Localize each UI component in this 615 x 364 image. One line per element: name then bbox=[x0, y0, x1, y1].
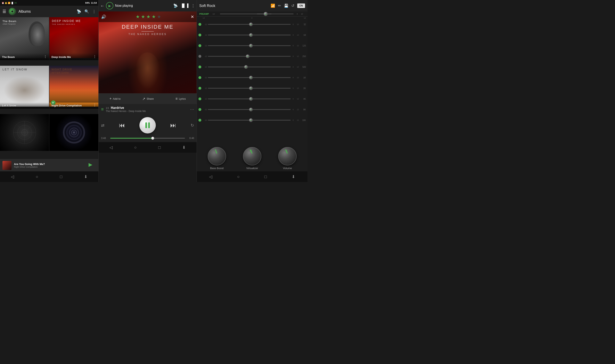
nav-back-left[interactable]: ◁ bbox=[11, 174, 14, 179]
nav-recents-right[interactable]: □ bbox=[264, 174, 267, 179]
band-thumb-125[interactable] bbox=[249, 44, 253, 48]
band-slider-64[interactable] bbox=[208, 35, 291, 35]
cast-icon-center[interactable]: 📡 bbox=[173, 3, 178, 8]
add-to-button[interactable]: + Add to bbox=[110, 97, 121, 101]
progress-thumb[interactable] bbox=[151, 137, 154, 140]
pause-bars bbox=[145, 122, 150, 128]
stars-rating[interactable]: ★ ★ ★ ★ ★ bbox=[136, 14, 161, 19]
band-slider-125[interactable] bbox=[208, 45, 291, 46]
album-card-beam[interactable]: The Beam Julian Ferguson The Beam ⋮ bbox=[0, 17, 49, 60]
band-thumb-4k[interactable] bbox=[249, 97, 253, 101]
band-freq-4k: 4K bbox=[300, 98, 306, 100]
track-more-icon[interactable]: ⋯ bbox=[190, 107, 194, 112]
virtualizer-knob[interactable] bbox=[243, 147, 261, 165]
band-thumb-1k[interactable] bbox=[249, 76, 253, 79]
album-name-night: Night Drive Compilation bbox=[52, 104, 82, 107]
mini-artist: Night Drive Compilation bbox=[14, 166, 86, 168]
mini-play-button[interactable]: ▶ bbox=[89, 162, 96, 169]
band-12-4k: 12 bbox=[296, 98, 299, 100]
album-card-deep[interactable]: DEEP INSIDE ME THE NAKED HEROES Deep Ins… bbox=[49, 17, 98, 60]
close-icon[interactable]: ✕ bbox=[191, 14, 194, 19]
pause-button[interactable] bbox=[140, 117, 156, 133]
nav-recents-center[interactable]: □ bbox=[158, 145, 161, 150]
band-thumb-16k[interactable] bbox=[249, 118, 253, 122]
nav-home-right[interactable]: ○ bbox=[237, 174, 239, 179]
band-slider-8k[interactable] bbox=[208, 109, 291, 110]
equalizer-icon[interactable]: ▐▌▐ bbox=[181, 3, 188, 8]
volume-icon[interactable]: 🔊 bbox=[101, 14, 106, 19]
play-icon-btn[interactable]: ▶ bbox=[106, 2, 113, 9]
nav-back-right[interactable]: ◁ bbox=[209, 174, 212, 179]
star-2[interactable]: ★ bbox=[141, 14, 145, 19]
eq-band-8k: -12 0 12 8K bbox=[197, 104, 308, 115]
album-more-night[interactable]: ⋮ bbox=[93, 103, 96, 107]
band-neg12-64: -12 bbox=[202, 34, 207, 36]
shuffle-icon[interactable]: ⇄ bbox=[101, 123, 105, 128]
nav-download-right[interactable]: ⬇ bbox=[292, 174, 295, 179]
progress-track[interactable] bbox=[110, 138, 185, 139]
playlist-icon[interactable]: ≡ bbox=[101, 107, 104, 112]
hamburger-icon[interactable]: ☰ bbox=[2, 9, 6, 14]
nav-home-center[interactable]: ○ bbox=[134, 145, 137, 150]
next-icon[interactable]: ⏭ bbox=[170, 122, 176, 129]
center-nav-bar: ◁ ○ □ ⬇ bbox=[98, 142, 196, 153]
center-top-bar: ← ▶ Now playing 📡 ▐▌▐ ⋮ bbox=[98, 0, 196, 12]
star-3[interactable]: ★ bbox=[146, 14, 151, 19]
bass-boost-knob-item: Bass Boost bbox=[208, 147, 226, 170]
band-dot-2k bbox=[198, 87, 201, 90]
star-1[interactable]: ★ bbox=[136, 14, 140, 19]
preamp-thumb[interactable] bbox=[264, 12, 268, 16]
save-icon[interactable]: 💾 bbox=[284, 3, 288, 8]
band-slider-500[interactable] bbox=[208, 66, 291, 67]
nav-back-center[interactable]: ◁ bbox=[110, 145, 112, 150]
band-thumb-32[interactable] bbox=[249, 23, 253, 26]
band-freq-1k: 1K bbox=[300, 77, 306, 79]
volume-knob[interactable] bbox=[278, 147, 297, 165]
band-thumb-8k[interactable] bbox=[249, 108, 253, 111]
nav-download-left[interactable]: ⬇ bbox=[84, 174, 87, 179]
album-card-spiral[interactable] bbox=[49, 114, 98, 154]
band-thumb-2k[interactable] bbox=[249, 86, 253, 90]
nav-recents-left[interactable]: □ bbox=[60, 174, 62, 179]
band-freq-500: 500 bbox=[300, 66, 306, 68]
band-12-32: 12 bbox=[296, 23, 299, 25]
band-thumb-250[interactable] bbox=[246, 54, 250, 58]
band-slider-1k[interactable] bbox=[208, 77, 291, 78]
repeat-icon[interactable]: ↻ bbox=[191, 123, 194, 128]
on-button[interactable]: ON bbox=[297, 3, 305, 8]
band-0-2k: 0 bbox=[292, 87, 295, 89]
pencil-icon[interactable]: ✏ bbox=[278, 3, 281, 8]
band-slider-4k[interactable] bbox=[208, 98, 291, 99]
status-bar: ⏰ 🔔 📶 ▐▌ 4G 94% 11:54 bbox=[0, 0, 98, 6]
album-card-web[interactable] bbox=[0, 114, 49, 154]
album-card-snow[interactable]: LET IT SNOW Let It Snow bbox=[0, 66, 49, 109]
album-more-beam[interactable]: ⋮ bbox=[44, 55, 47, 59]
nav-download-center[interactable]: ⬇ bbox=[182, 145, 186, 150]
band-thumb-64[interactable] bbox=[249, 33, 253, 37]
virtualizer-knob-item: Virtualizer bbox=[243, 147, 261, 170]
band-slider-2k[interactable] bbox=[208, 88, 291, 89]
back-icon[interactable]: ← bbox=[100, 3, 104, 8]
progress-bar-row: 3:48 6:46 bbox=[101, 137, 194, 140]
album-card-night[interactable]: NIGHT DRIVE AFTER DARK ▶ Night Drive Com… bbox=[49, 66, 98, 109]
eq-preamp: PREAMP -12 0 12 bbox=[197, 12, 308, 17]
lyrics-button[interactable]: ≡ Lyrics bbox=[175, 97, 186, 101]
band-slider-32[interactable] bbox=[208, 24, 291, 25]
band-dot-64 bbox=[198, 34, 201, 37]
band-slider-250[interactable] bbox=[208, 56, 291, 57]
nav-home-left[interactable]: ○ bbox=[36, 174, 38, 179]
band-thumb-500[interactable] bbox=[244, 65, 248, 69]
prev-icon[interactable]: ⏮ bbox=[119, 122, 125, 129]
album-more-deep[interactable]: ⋮ bbox=[93, 55, 96, 59]
more-icon-center[interactable]: ⋮ bbox=[191, 3, 195, 8]
star-5[interactable]: ★ bbox=[157, 14, 161, 19]
band-slider-16k[interactable] bbox=[208, 120, 291, 121]
more-icon[interactable]: ⋮ bbox=[92, 9, 96, 14]
preamp-slider[interactable] bbox=[220, 13, 294, 14]
cast-icon[interactable]: 📡 bbox=[77, 9, 81, 14]
bass-boost-knob[interactable] bbox=[208, 147, 226, 165]
search-icon[interactable]: 🔍 bbox=[84, 9, 89, 14]
star-4[interactable]: ★ bbox=[152, 14, 156, 19]
undo-icon[interactable]: ↺ bbox=[291, 3, 294, 8]
share-button[interactable]: ↗ Share bbox=[142, 97, 154, 101]
